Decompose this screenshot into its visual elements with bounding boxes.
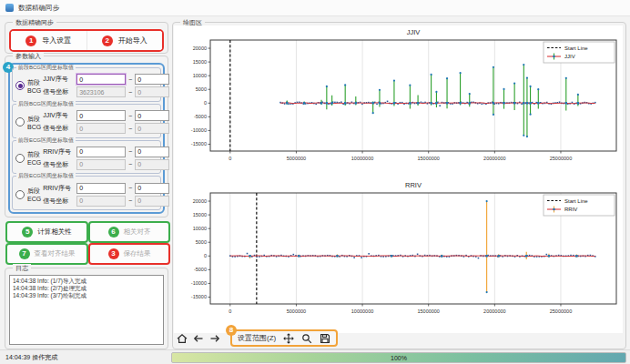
front-bcg-radio[interactable]: 前段BCG xyxy=(15,78,41,94)
svg-text:20000000: 20000000 xyxy=(483,308,505,314)
pan-icon[interactable] xyxy=(282,332,294,344)
svg-text:10000000: 10000000 xyxy=(351,156,373,161)
signal-coord-label: 信号坐标 xyxy=(43,124,74,133)
svg-text:-10000: -10000 xyxy=(191,280,207,286)
zoom-icon[interactable] xyxy=(300,332,312,344)
log-line: 14:04:38 Info: (1/7)导入完成 xyxy=(13,278,160,285)
svg-text:Start Line: Start Line xyxy=(564,46,588,51)
rriv-index-label: RRIV序号 xyxy=(43,147,74,157)
compute-correlation-button[interactable]: 5 计算相关性 xyxy=(5,221,88,243)
plot-toolbar: 8 设置范围(Z) xyxy=(176,329,338,347)
jjiv-chart[interactable]: 0500000010000000150000002000000025000000… xyxy=(174,25,623,180)
correlation-align-button[interactable]: 6 相关对齐 xyxy=(88,221,170,243)
svg-text:25000000: 25000000 xyxy=(550,156,572,161)
rriv-index-label: RRIV序号 xyxy=(43,184,74,193)
rriv-index-from-input[interactable] xyxy=(76,183,126,194)
svg-text:RRIV: RRIV xyxy=(564,207,577,212)
log-output[interactable]: 14:04:38 Info: (1/7)导入完成14:04:38 Info: (… xyxy=(9,275,164,345)
rriv-index-from-input[interactable] xyxy=(76,147,126,157)
rear-bcg-radio[interactable]: 后段BCG xyxy=(15,115,41,130)
step-badge-6: 6 xyxy=(108,227,119,238)
radio-icon[interactable] xyxy=(15,117,25,126)
svg-text:20000: 20000 xyxy=(193,46,207,51)
step-badge-1: 1 xyxy=(25,35,36,46)
radio-icon[interactable] xyxy=(15,154,25,163)
log-group-title: 日志 xyxy=(13,264,31,272)
back-arrow-icon[interactable] xyxy=(192,332,204,344)
signal-coord-label: 信号坐标 xyxy=(43,160,74,169)
jjiv-index-from-input[interactable] xyxy=(76,110,126,121)
window-title: 数据精确同步 xyxy=(18,4,59,13)
params-groupbox: 参数输入 4 前段BCG区间坐标取值 前段BCG JJIV序号 ~ xyxy=(5,56,168,217)
front-ecg-section: 前段ECG区间坐标取值 前段ECG RRIV序号 ~ 信号坐标 xyxy=(12,140,161,175)
rear-bcg-section: 后段BCG区间坐标取值 后段BCG JJIV序号 ~ 信号坐标 xyxy=(12,104,161,138)
svg-text:0: 0 xyxy=(204,253,207,258)
import-settings-button[interactable]: 1 导入设置 xyxy=(11,31,87,50)
svg-text:-10000: -10000 xyxy=(191,127,207,133)
params-group-title: 参数输入 xyxy=(13,52,44,60)
signal-coord-from-input xyxy=(76,123,126,134)
svg-text:5000: 5000 xyxy=(196,239,207,245)
sync-groupbox: 数据精确同步 1 导入设置 2 开始导入 xyxy=(5,22,168,54)
svg-text:15000000: 15000000 xyxy=(417,308,439,314)
signal-coord-to-input xyxy=(135,123,169,134)
save-result-button[interactable]: 3 保存结果 xyxy=(88,243,170,265)
svg-text:RRIV: RRIV xyxy=(405,181,422,189)
signal-coord-label: 信号坐标 xyxy=(43,197,74,206)
log-line: 14:04:39 Info: (3/7)绘制完成 xyxy=(13,292,160,299)
rriv-index-to-input[interactable] xyxy=(135,183,169,194)
signal-coord-to-input xyxy=(135,159,169,170)
svg-text:25000000: 25000000 xyxy=(550,308,572,314)
svg-text:-15000: -15000 xyxy=(191,141,207,147)
svg-text:20000000: 20000000 xyxy=(483,156,505,161)
log-groupbox: 日志 14:04:38 Info: (1/7)导入完成14:04:38 Info… xyxy=(5,268,168,349)
start-import-button[interactable]: 2 开始导入 xyxy=(87,31,163,50)
svg-text:JJIV: JJIV xyxy=(564,54,575,59)
rear-ecg-radio[interactable]: 后段ECG xyxy=(15,187,41,202)
radio-icon[interactable] xyxy=(15,190,25,199)
progress-bar: 100% xyxy=(171,352,626,363)
params-annotation-box: 4 前段BCG区间坐标取值 前段BCG JJIV序号 ~ 信号坐标 xyxy=(8,63,165,214)
svg-text:10000: 10000 xyxy=(193,226,207,231)
jjiv-index-label: JJIV序号 xyxy=(43,111,74,120)
svg-text:10000: 10000 xyxy=(193,73,207,78)
set-range-button[interactable]: 设置范围(Z) xyxy=(238,333,276,343)
step-badge-8: 8 xyxy=(226,325,237,336)
signal-coord-label: 信号坐标 xyxy=(43,87,74,96)
front-ecg-radio[interactable]: 前段ECG xyxy=(15,150,41,166)
svg-text:-5000: -5000 xyxy=(194,267,207,272)
svg-text:0: 0 xyxy=(229,308,231,314)
status-message: 14:04:39 操作完成 xyxy=(5,353,57,362)
import-settings-label: 导入设置 xyxy=(42,35,71,46)
radio-icon[interactable] xyxy=(15,81,25,90)
step-badge-5: 5 xyxy=(22,227,33,238)
svg-text:15000000: 15000000 xyxy=(417,156,439,161)
import-buttons-annotation: 1 导入设置 2 开始导入 xyxy=(9,29,164,52)
sync-group-title: 数据精确同步 xyxy=(13,18,56,26)
jjiv-index-to-input[interactable] xyxy=(135,110,169,121)
signal-coord-from-input xyxy=(76,159,126,170)
home-icon[interactable] xyxy=(176,332,188,344)
progress-label: 100% xyxy=(391,355,407,361)
forward-arrow-icon[interactable] xyxy=(208,332,220,344)
svg-text:5000000: 5000000 xyxy=(287,156,306,161)
title-bar: 数据精确同步 xyxy=(0,0,630,16)
jjiv-index-to-input[interactable] xyxy=(135,74,169,85)
signal-coord-to-input xyxy=(135,86,169,97)
app-icon xyxy=(5,4,14,12)
svg-text:5000000: 5000000 xyxy=(287,308,306,314)
view-align-result-button[interactable]: 7 查看对齐结果 xyxy=(5,243,88,265)
set-range-annotation-group: 8 设置范围(Z) xyxy=(230,329,338,347)
app-window: 数据精确同步 数据精确同步 1 导入设置 2 开始导入 参数输入 4 前段BCG… xyxy=(0,0,630,364)
signal-coord-to-input xyxy=(135,196,169,207)
jjiv-index-from-input[interactable] xyxy=(76,74,126,85)
jjiv-index-label: JJIV序号 xyxy=(43,75,74,84)
svg-text:10000000: 10000000 xyxy=(351,308,373,314)
rriv-index-to-input[interactable] xyxy=(135,147,169,157)
svg-text:JJIV: JJIV xyxy=(407,28,421,36)
svg-text:15000: 15000 xyxy=(193,212,207,217)
save-figure-icon[interactable] xyxy=(319,332,330,344)
svg-text:15000: 15000 xyxy=(193,59,207,65)
svg-text:0: 0 xyxy=(229,156,231,161)
rriv-chart[interactable]: 0500000010000000150000002000000025000000… xyxy=(174,178,623,333)
